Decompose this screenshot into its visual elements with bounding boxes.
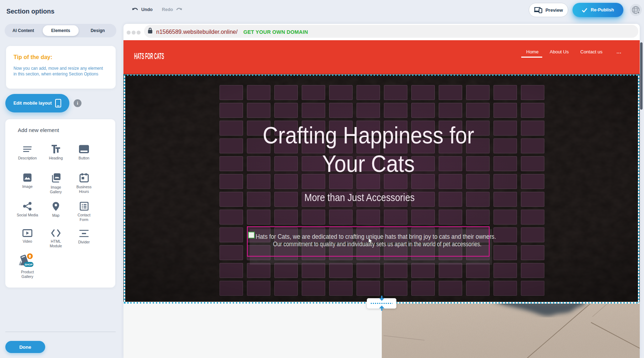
svg-text:SHOP: SHOP xyxy=(25,263,33,266)
